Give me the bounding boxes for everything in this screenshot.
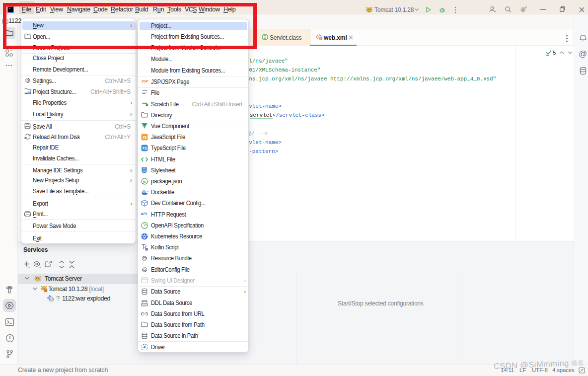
svg-text:TS: TS [142,146,147,150]
svg-text:JS: JS [142,135,147,140]
svg-text:js: js [143,180,146,184]
